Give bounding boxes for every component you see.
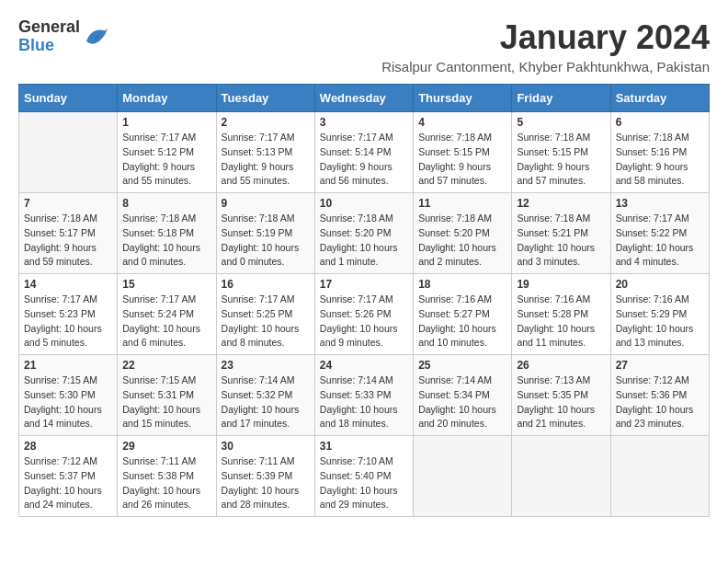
day-number: 28 bbox=[24, 440, 112, 453]
calendar-header: SundayMondayTuesdayWednesdayThursdayFrid… bbox=[19, 85, 710, 112]
day-info: Sunrise: 7:17 AMSunset: 5:26 PMDaylight:… bbox=[320, 293, 408, 350]
day-info: Sunrise: 7:17 AMSunset: 5:14 PMDaylight:… bbox=[320, 131, 408, 189]
calendar-cell: 15Sunrise: 7:17 AMSunset: 5:24 PMDayligh… bbox=[118, 274, 216, 355]
day-header-tuesday: Tuesday bbox=[216, 85, 314, 112]
day-info: Sunrise: 7:16 AMSunset: 5:27 PMDaylight:… bbox=[418, 293, 506, 350]
logo-general: General bbox=[18, 17, 80, 36]
day-number: 21 bbox=[24, 359, 112, 372]
day-info: Sunrise: 7:14 AMSunset: 5:34 PMDaylight:… bbox=[418, 373, 506, 431]
day-info: Sunrise: 7:17 AMSunset: 5:25 PMDaylight:… bbox=[222, 293, 310, 350]
day-info: Sunrise: 7:18 AMSunset: 5:18 PMDaylight:… bbox=[122, 212, 210, 270]
calendar-cell: 21Sunrise: 7:15 AMSunset: 5:30 PMDayligh… bbox=[19, 355, 118, 436]
day-info: Sunrise: 7:18 AMSunset: 5:20 PMDaylight:… bbox=[320, 212, 408, 270]
logo-blue: Blue bbox=[18, 36, 54, 54]
logo: General Blue bbox=[18, 18, 109, 55]
calendar-cell: 6Sunrise: 7:18 AMSunset: 5:16 PMDaylight… bbox=[610, 112, 709, 193]
day-number: 24 bbox=[320, 359, 408, 372]
week-row-0: 1Sunrise: 7:17 AMSunset: 5:12 PMDaylight… bbox=[19, 112, 710, 193]
calendar-cell: 5Sunrise: 7:18 AMSunset: 5:15 PMDaylight… bbox=[512, 112, 610, 193]
day-info: Sunrise: 7:16 AMSunset: 5:28 PMDaylight:… bbox=[517, 293, 605, 350]
day-header-monday: Monday bbox=[118, 85, 216, 112]
day-header-thursday: Thursday bbox=[414, 85, 512, 112]
day-number: 13 bbox=[616, 197, 704, 210]
calendar-cell: 23Sunrise: 7:14 AMSunset: 5:32 PMDayligh… bbox=[216, 355, 314, 436]
day-number: 6 bbox=[616, 116, 704, 129]
calendar-cell: 30Sunrise: 7:11 AMSunset: 5:39 PMDayligh… bbox=[216, 436, 314, 517]
calendar-cell bbox=[19, 112, 118, 193]
day-number: 8 bbox=[122, 197, 210, 210]
day-info: Sunrise: 7:17 AMSunset: 5:12 PMDaylight:… bbox=[122, 131, 210, 189]
title-section: January 2024 Risalpur Cantonment, Khyber… bbox=[381, 18, 710, 75]
day-info: Sunrise: 7:14 AMSunset: 5:33 PMDaylight:… bbox=[320, 373, 408, 431]
calendar-cell: 25Sunrise: 7:14 AMSunset: 5:34 PMDayligh… bbox=[414, 355, 512, 436]
day-info: Sunrise: 7:11 AMSunset: 5:38 PMDaylight:… bbox=[122, 454, 210, 512]
week-row-1: 7Sunrise: 7:18 AMSunset: 5:17 PMDaylight… bbox=[19, 193, 710, 274]
day-number: 29 bbox=[122, 440, 210, 453]
day-info: Sunrise: 7:14 AMSunset: 5:32 PMDaylight:… bbox=[222, 373, 310, 431]
calendar-cell: 12Sunrise: 7:18 AMSunset: 5:21 PMDayligh… bbox=[512, 193, 610, 274]
calendar-title: January 2024 bbox=[381, 18, 710, 57]
calendar-cell bbox=[512, 436, 610, 517]
day-number: 11 bbox=[418, 197, 506, 210]
day-header-friday: Friday bbox=[512, 85, 610, 112]
calendar-cell: 7Sunrise: 7:18 AMSunset: 5:17 PMDaylight… bbox=[19, 193, 118, 274]
day-info: Sunrise: 7:17 AMSunset: 5:13 PMDaylight:… bbox=[222, 131, 310, 189]
day-info: Sunrise: 7:15 AMSunset: 5:31 PMDaylight:… bbox=[122, 373, 210, 431]
calendar-subtitle: Risalpur Cantonment, Khyber Pakhtunkhwa,… bbox=[381, 59, 710, 75]
day-info: Sunrise: 7:10 AMSunset: 5:40 PMDaylight:… bbox=[320, 454, 408, 512]
day-info: Sunrise: 7:17 AMSunset: 5:24 PMDaylight:… bbox=[122, 293, 210, 350]
calendar-cell: 27Sunrise: 7:12 AMSunset: 5:36 PMDayligh… bbox=[610, 355, 709, 436]
day-number: 1 bbox=[122, 116, 210, 129]
day-number: 18 bbox=[418, 278, 506, 291]
day-number: 22 bbox=[122, 359, 210, 372]
calendar-cell: 31Sunrise: 7:10 AMSunset: 5:40 PMDayligh… bbox=[314, 436, 413, 517]
page-container: General Blue January 2024 Risalpur Canto… bbox=[18, 18, 710, 517]
day-number: 3 bbox=[320, 116, 408, 129]
day-number: 31 bbox=[320, 440, 408, 453]
day-number: 23 bbox=[222, 359, 310, 372]
day-number: 12 bbox=[517, 197, 605, 210]
calendar-cell: 4Sunrise: 7:18 AMSunset: 5:15 PMDaylight… bbox=[414, 112, 512, 193]
day-number: 16 bbox=[222, 278, 310, 291]
week-row-2: 14Sunrise: 7:17 AMSunset: 5:23 PMDayligh… bbox=[19, 274, 710, 355]
logo-text: General Blue bbox=[18, 18, 80, 55]
day-number: 17 bbox=[320, 278, 408, 291]
header: General Blue January 2024 Risalpur Canto… bbox=[18, 18, 710, 75]
calendar-cell: 19Sunrise: 7:16 AMSunset: 5:28 PMDayligh… bbox=[512, 274, 610, 355]
calendar-table: SundayMondayTuesdayWednesdayThursdayFrid… bbox=[18, 84, 710, 517]
day-number: 10 bbox=[320, 197, 408, 210]
day-info: Sunrise: 7:18 AMSunset: 5:19 PMDaylight:… bbox=[222, 212, 310, 270]
day-info: Sunrise: 7:12 AMSunset: 5:37 PMDaylight:… bbox=[24, 454, 112, 512]
day-info: Sunrise: 7:18 AMSunset: 5:15 PMDaylight:… bbox=[418, 131, 506, 189]
calendar-cell: 22Sunrise: 7:15 AMSunset: 5:31 PMDayligh… bbox=[118, 355, 216, 436]
calendar-cell: 16Sunrise: 7:17 AMSunset: 5:25 PMDayligh… bbox=[216, 274, 314, 355]
day-number: 27 bbox=[616, 359, 704, 372]
calendar-cell: 3Sunrise: 7:17 AMSunset: 5:14 PMDaylight… bbox=[314, 112, 413, 193]
days-header-row: SundayMondayTuesdayWednesdayThursdayFrid… bbox=[19, 85, 710, 112]
day-info: Sunrise: 7:12 AMSunset: 5:36 PMDaylight:… bbox=[616, 373, 704, 431]
day-info: Sunrise: 7:18 AMSunset: 5:20 PMDaylight:… bbox=[418, 212, 506, 270]
day-info: Sunrise: 7:16 AMSunset: 5:29 PMDaylight:… bbox=[616, 293, 704, 350]
calendar-cell: 18Sunrise: 7:16 AMSunset: 5:27 PMDayligh… bbox=[414, 274, 512, 355]
day-info: Sunrise: 7:11 AMSunset: 5:39 PMDaylight:… bbox=[222, 454, 310, 512]
calendar-cell: 28Sunrise: 7:12 AMSunset: 5:37 PMDayligh… bbox=[19, 436, 118, 517]
week-row-3: 21Sunrise: 7:15 AMSunset: 5:30 PMDayligh… bbox=[19, 355, 710, 436]
day-header-wednesday: Wednesday bbox=[314, 85, 413, 112]
logo-bird-icon bbox=[82, 23, 109, 51]
calendar-cell: 8Sunrise: 7:18 AMSunset: 5:18 PMDaylight… bbox=[118, 193, 216, 274]
calendar-cell: 24Sunrise: 7:14 AMSunset: 5:33 PMDayligh… bbox=[314, 355, 413, 436]
day-info: Sunrise: 7:15 AMSunset: 5:30 PMDaylight:… bbox=[24, 373, 112, 431]
day-number: 20 bbox=[616, 278, 704, 291]
day-number: 7 bbox=[24, 197, 112, 210]
day-number: 4 bbox=[418, 116, 506, 129]
calendar-cell: 20Sunrise: 7:16 AMSunset: 5:29 PMDayligh… bbox=[610, 274, 709, 355]
calendar-cell: 1Sunrise: 7:17 AMSunset: 5:12 PMDaylight… bbox=[118, 112, 216, 193]
day-info: Sunrise: 7:13 AMSunset: 5:35 PMDaylight:… bbox=[517, 373, 605, 431]
calendar-cell: 11Sunrise: 7:18 AMSunset: 5:20 PMDayligh… bbox=[414, 193, 512, 274]
day-number: 2 bbox=[222, 116, 310, 129]
week-row-4: 28Sunrise: 7:12 AMSunset: 5:37 PMDayligh… bbox=[19, 436, 710, 517]
day-info: Sunrise: 7:18 AMSunset: 5:17 PMDaylight:… bbox=[24, 212, 112, 270]
day-number: 19 bbox=[517, 278, 605, 291]
day-info: Sunrise: 7:17 AMSunset: 5:22 PMDaylight:… bbox=[616, 212, 704, 270]
day-number: 5 bbox=[517, 116, 605, 129]
